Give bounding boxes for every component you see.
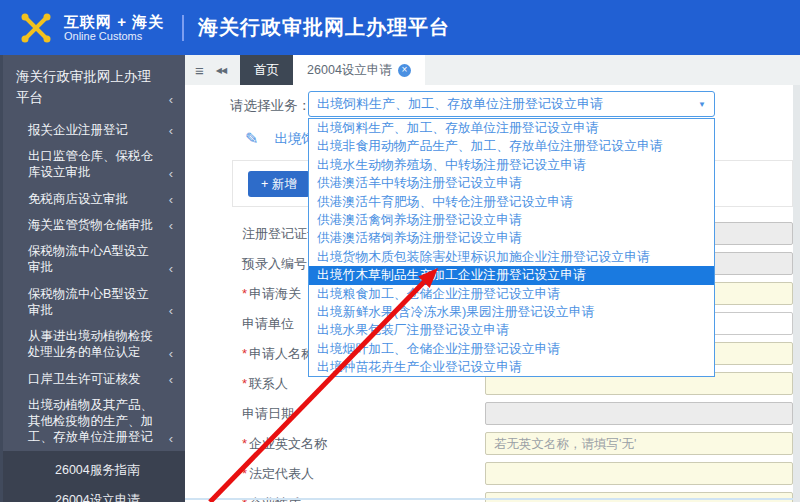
required-asterisk: * bbox=[242, 466, 247, 481]
dropdown-option[interactable]: 供港澳活猪饲养场注册登记设立申请 bbox=[309, 229, 714, 247]
chevron-left-icon: ‹ bbox=[169, 167, 173, 180]
sidebar-item[interactable]: 报关企业注册登记 ‹ bbox=[0, 117, 185, 143]
sidebar-item-label: 免税商店设立审批 bbox=[28, 192, 128, 206]
logo-text: 互联网 + 海关 Online Customs bbox=[64, 13, 164, 43]
main-content: 请选择业务： ✎ 出境饲料生产、加工、存放单位注册登记设立申请 + 新增 *注册… bbox=[185, 85, 800, 502]
tab-close-icon[interactable]: × bbox=[398, 64, 411, 77]
edit-pencil-icon: ✎ bbox=[245, 129, 258, 148]
tabs: 首页 × 26004设立申请 × bbox=[240, 55, 425, 85]
vertical-scrollbar[interactable] bbox=[793, 85, 800, 502]
form-row: *企业性质 bbox=[185, 492, 800, 502]
chevron-left-icon: ‹ bbox=[169, 373, 173, 386]
dropdown-option[interactable]: 出境饲料生产、加工、存放单位注册登记设立申请 bbox=[309, 119, 714, 137]
chevron-left-icon: ‹ bbox=[169, 93, 173, 106]
business-select[interactable]: 出境饲料生产、加工、存放单位注册登记设立申请 ▼ bbox=[308, 91, 715, 117]
logo-subtitle: Online Customs bbox=[64, 30, 164, 43]
form-row: *法定代表人 bbox=[185, 462, 800, 485]
field-input[interactable] bbox=[485, 492, 793, 502]
sidebar-root-item[interactable]: 海关行政审批网上办理平台 ‹ bbox=[0, 55, 185, 115]
field-label: *申请人名称 bbox=[242, 342, 314, 365]
chevron-down-icon: ▼ bbox=[698, 100, 706, 109]
dropdown-option[interactable]: 出境种苗花卉生产企业登记设立申请 bbox=[309, 358, 714, 376]
chevron-left-icon: ‹ bbox=[169, 124, 173, 137]
field-label: *企业性质 bbox=[242, 492, 301, 502]
chevron-left-icon: ‹ bbox=[169, 262, 173, 275]
chevron-left-icon: ‹ bbox=[169, 304, 173, 317]
form-row: *申请日期 bbox=[185, 402, 800, 425]
sidebar-menu: 报关企业注册登记 ‹ 出口监管仓库、保税仓库设立审批 ‹ 免税商店设立审批 ‹ … bbox=[0, 117, 185, 451]
field-label: *申请单位 bbox=[242, 312, 294, 335]
tab[interactable]: 首页 × bbox=[240, 55, 293, 85]
section-divider bbox=[185, 498, 793, 500]
dropdown-option[interactable]: 出境非食用动物产品生产、加工、存放单位注册登记设立申请 bbox=[309, 137, 714, 155]
sidebar-item[interactable]: 出境动植物及其产品、其他检疫物的生产、加工、存放单位注册登记 ‹ bbox=[0, 392, 185, 451]
field-label: *申请海关 bbox=[242, 282, 301, 305]
sidebar-root-label: 海关行政审批网上办理平台 bbox=[16, 69, 151, 105]
tab-label: 首页 bbox=[254, 62, 279, 79]
chevron-left-icon: ‹ bbox=[169, 219, 173, 232]
sidebar-item[interactable]: 保税物流中心A型设立审批 ‹ bbox=[0, 238, 185, 281]
sidebar-item-label: 出境动植物及其产品、其他检疫物的生产、加工、存放单位注册登记 bbox=[28, 398, 153, 445]
business-dropdown-list: 出境饲料生产、加工、存放单位注册登记设立申请 出境非食用动物产品生产、加工、存放… bbox=[308, 118, 715, 377]
hamburger-menu-icon[interactable]: ≡ bbox=[195, 62, 204, 79]
sidebar-item-label: 出口监管仓库、保税仓库设立审批 bbox=[28, 149, 153, 179]
required-asterisk: * bbox=[242, 436, 247, 451]
tab-bar: ≡ ◀◀ 首页 × 26004设立申请 × bbox=[185, 55, 800, 85]
sidebar-item-label: 从事进出境动植物检疫处理业务的单位认定 bbox=[28, 329, 153, 359]
field-label: *申请日期 bbox=[242, 402, 294, 425]
sidebar-subitem[interactable]: 26004服务指南 bbox=[0, 455, 185, 485]
dropdown-option[interactable]: 出境粮食加工、仓储企业注册登记设立申请 bbox=[309, 285, 714, 303]
app-title: 海关行政审批网上办理平台 bbox=[198, 14, 450, 41]
chevron-left-icon: ‹ bbox=[169, 347, 173, 360]
sidebar: 海关行政审批网上办理平台 ‹ 报关企业注册登记 ‹ 出口监管仓库、保税仓库设立审… bbox=[0, 55, 185, 502]
field-input[interactable]: 若无英文名称，请填写'无' bbox=[485, 432, 793, 455]
business-select-value: 出境饲料生产、加工、存放单位注册登记设立申请 bbox=[317, 95, 689, 113]
dropdown-option[interactable]: 出境水果包装厂注册登记设立申请 bbox=[309, 321, 714, 339]
business-select-label: 请选择业务： bbox=[230, 97, 311, 115]
dropdown-option[interactable]: 供港澳活牛育肥场、中转仓注册登记设立申请 bbox=[309, 193, 714, 211]
field-input[interactable] bbox=[485, 402, 793, 425]
customs-logo-icon bbox=[16, 8, 56, 48]
required-asterisk: * bbox=[242, 286, 247, 301]
collapse-tabs-icon[interactable]: ◀◀ bbox=[216, 66, 226, 75]
field-input[interactable] bbox=[485, 462, 793, 485]
form-row: *企业英文名称 若无英文名称，请填写'无' bbox=[185, 432, 800, 455]
add-new-button[interactable]: + 新增 bbox=[248, 171, 310, 197]
field-label: *企业英文名称 bbox=[242, 432, 327, 455]
sidebar-submenu: 26004服务指南 26004设立申请 26004变更申请 bbox=[0, 451, 185, 502]
field-label: *法定代表人 bbox=[242, 462, 314, 485]
chevron-left-icon: ‹ bbox=[169, 193, 173, 206]
tab[interactable]: 26004设立申请 × bbox=[293, 55, 425, 85]
sidebar-subitem[interactable]: 26004设立申请 bbox=[0, 485, 185, 502]
sidebar-item[interactable]: 海关监管货物仓储审批 ‹ bbox=[0, 212, 185, 238]
required-asterisk: * bbox=[242, 376, 247, 391]
page: 互联网 + 海关 Online Customs 海关行政审批网上办理平台 海关行… bbox=[0, 0, 800, 502]
sidebar-item-label: 保税物流中心A型设立审批 bbox=[28, 244, 149, 274]
logo-title: 互联网 + 海关 bbox=[64, 13, 164, 30]
dropdown-option[interactable]: 出境水生动物养殖场、中转场注册登记设立申请 bbox=[309, 156, 714, 174]
required-asterisk: * bbox=[242, 346, 247, 361]
sidebar-item[interactable]: 从事进出境动植物检疫处理业务的单位认定 ‹ bbox=[0, 323, 185, 366]
sidebar-item[interactable]: 口岸卫生许可证核发 ‹ bbox=[0, 366, 185, 392]
sidebar-item[interactable]: 免税商店设立审批 ‹ bbox=[0, 186, 185, 212]
header-divider bbox=[182, 15, 184, 41]
field-label: *预录入编号 bbox=[242, 252, 307, 275]
field-placeholder: 若无英文名称，请填写'无' bbox=[494, 436, 792, 453]
sidebar-item-label: 口岸卫生许可证核发 bbox=[28, 372, 141, 386]
sidebar-item-label: 报关企业注册登记 bbox=[28, 123, 128, 137]
dropdown-option[interactable]: 出境竹木草制品生产加工企业注册登记设立申请 bbox=[309, 266, 714, 284]
dropdown-option[interactable]: 出境新鲜水果(含冷冻水果)果园注册登记设立申请 bbox=[309, 303, 714, 321]
sidebar-item[interactable]: 保税物流中心B型设立审批 ‹ bbox=[0, 281, 185, 324]
chevron-left-icon: ‹ bbox=[169, 432, 173, 445]
sidebar-item-label: 保税物流中心B型设立审批 bbox=[28, 287, 149, 317]
sidebar-item-label: 海关监管货物仓储审批 bbox=[28, 218, 153, 232]
dropdown-option[interactable]: 供港澳活禽饲养场注册登记设立申请 bbox=[309, 211, 714, 229]
dropdown-option[interactable]: 出境货物木质包装除害处理标识加施企业注册登记设立申请 bbox=[309, 248, 714, 266]
dropdown-option[interactable]: 供港澳活羊中转场注册登记设立申请 bbox=[309, 174, 714, 192]
field-label: *联系人 bbox=[242, 372, 288, 395]
app-header: 互联网 + 海关 Online Customs 海关行政审批网上办理平台 bbox=[0, 0, 800, 55]
sidebar-item[interactable]: 出口监管仓库、保税仓库设立审批 ‹ bbox=[0, 143, 185, 186]
tab-label: 26004设立申请 bbox=[307, 62, 392, 79]
dropdown-option[interactable]: 出境烟叶加工、仓储企业注册登记设立申请 bbox=[309, 340, 714, 358]
